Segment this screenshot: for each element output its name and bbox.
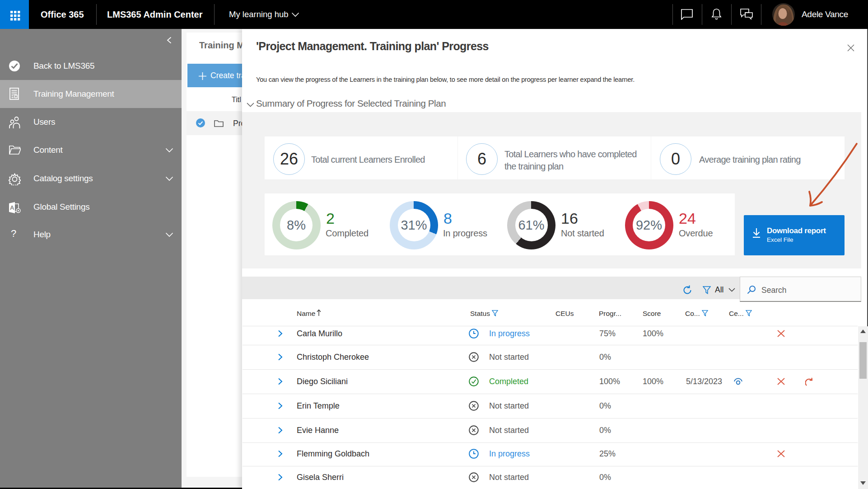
svg-text:A: A [10, 204, 14, 211]
